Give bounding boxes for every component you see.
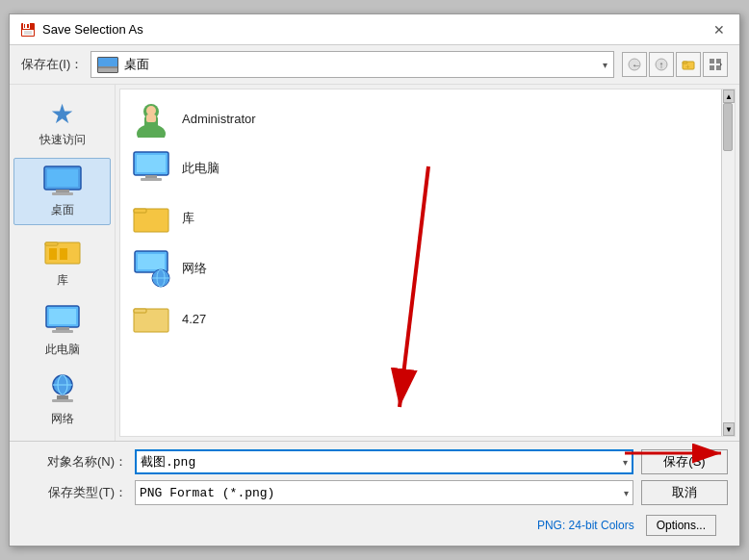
computer-icon-lg [132, 149, 170, 188]
cancel-button[interactable]: 取消 [641, 480, 728, 505]
toolbar-row: 保存在(I)： 桌面 ▾ ← ↑ + [10, 45, 739, 85]
dialog-title: Save Selection As [42, 22, 143, 37]
svg-rect-27 [49, 309, 76, 324]
user-icon [132, 99, 170, 138]
svg-rect-52 [134, 309, 146, 313]
file-name-library: 库 [182, 210, 194, 227]
svg-rect-28 [56, 327, 69, 330]
up-button[interactable]: ↑ [649, 52, 674, 77]
location-combobox[interactable]: 桌面 ▾ [90, 51, 614, 78]
filename-dropdown-arrow: ▾ [623, 457, 628, 468]
svg-rect-47 [138, 254, 165, 269]
bottom-form: 对象名称(N)： ▾ 保存(S) 保存类型(T)： [10, 441, 739, 546]
save-icon [19, 21, 37, 38]
sidebar: ★ 快速访问 桌面 [10, 85, 116, 441]
file-item-computer[interactable]: 此电脑 [120, 143, 735, 193]
filename-label: 对象名称(N)： [21, 453, 127, 471]
sidebar-label-desktop: 桌面 [51, 202, 74, 218]
svg-rect-21 [52, 192, 73, 195]
svg-rect-3 [25, 24, 27, 28]
filetype-label: 保存类型(T)： [21, 484, 127, 501]
sidebar-item-quick-access[interactable]: ★ 快速访问 [13, 92, 111, 154]
star-icon: ★ [50, 98, 74, 130]
svg-rect-39 [146, 115, 156, 122]
title-bar-left: Save Selection As [19, 21, 143, 38]
svg-rect-15 [710, 65, 714, 70]
desktop-icon [42, 165, 83, 200]
file-name-427: 4.27 [182, 312, 206, 326]
filename-combobox[interactable]: ▾ [135, 449, 633, 474]
filetype-combobox[interactable]: PNG Format (*.png) ▾ [135, 480, 633, 505]
new-folder-button[interactable]: + [676, 52, 701, 77]
svg-rect-24 [49, 248, 57, 260]
sidebar-item-library[interactable]: 库 [13, 229, 111, 294]
filename-row: 对象名称(N)： ▾ 保存(S) [21, 449, 728, 474]
file-name-computer: 此电脑 [182, 160, 220, 177]
svg-rect-23 [45, 242, 58, 245]
scroll-up-btn[interactable]: ▲ [723, 89, 735, 103]
svg-text:←: ← [632, 60, 641, 70]
svg-rect-45 [134, 209, 146, 213]
scroll-thumb[interactable] [723, 103, 733, 151]
svg-point-37 [146, 106, 156, 115]
save-in-label: 保存在(I)： [21, 56, 83, 73]
svg-rect-41 [137, 155, 166, 172]
scroll-track [722, 103, 735, 422]
network-icon-lg [132, 249, 170, 288]
network-icon [43, 373, 82, 409]
view-button[interactable] [703, 52, 728, 77]
title-bar: Save Selection As ✕ [10, 14, 739, 45]
folder-icon-library [132, 199, 170, 238]
close-button[interactable]: ✕ [709, 19, 730, 40]
sidebar-label-quick-access: 快速访问 [39, 132, 86, 148]
filetype-row: 保存类型(T)： PNG Format (*.png) ▾ 取消 [21, 480, 728, 505]
status-row: PNG: 24-bit Colors Options... [21, 511, 728, 538]
back-button[interactable]: ← [622, 52, 647, 77]
status-text: PNG: 24-bit Colors [537, 519, 634, 532]
sidebar-label-computer: 此电脑 [45, 342, 80, 358]
svg-rect-33 [57, 395, 68, 399]
file-item-network[interactable]: 网络 [120, 243, 735, 293]
location-text: 桌面 [124, 56, 597, 73]
save-button[interactable]: 保存(S) [641, 449, 728, 474]
svg-rect-43 [141, 178, 162, 181]
svg-text:+: + [685, 63, 690, 71]
filename-input[interactable] [141, 455, 619, 470]
file-name-network: 网络 [182, 260, 207, 277]
library-icon [43, 235, 82, 270]
svg-rect-29 [52, 330, 73, 333]
location-dropdown-arrow: ▾ [603, 60, 607, 70]
file-list-container[interactable]: Administrator 此电脑 [119, 89, 736, 437]
main-area: ★ 快速访问 桌面 [10, 85, 739, 441]
sidebar-item-network[interactable]: 网络 [13, 368, 111, 433]
sidebar-item-computer[interactable]: 此电脑 [13, 298, 111, 364]
options-button[interactable]: Options... [646, 515, 716, 536]
svg-rect-34 [52, 399, 73, 402]
svg-rect-13 [710, 59, 714, 64]
svg-rect-5 [24, 31, 32, 35]
folder-icon-427 [132, 299, 170, 338]
scrollbar[interactable]: ▲ ▼ [721, 89, 735, 436]
file-list: Administrator 此电脑 [120, 89, 735, 347]
file-item-library[interactable]: 库 [120, 193, 735, 243]
filetype-dropdown-arrow: ▾ [624, 488, 629, 498]
sidebar-label-network: 网络 [51, 411, 74, 427]
save-dialog: Save Selection As ✕ 保存在(I)： 桌面 ▾ ← ↑ + [9, 13, 740, 547]
computer-icon [43, 304, 82, 340]
svg-text:↑: ↑ [659, 60, 664, 70]
file-item-administrator[interactable]: Administrator [120, 93, 735, 143]
svg-rect-19 [47, 169, 78, 187]
sidebar-item-desktop[interactable]: 桌面 [13, 158, 111, 225]
file-item-427[interactable]: 4.27 [120, 293, 735, 344]
scroll-down-btn[interactable]: ▼ [723, 422, 735, 436]
svg-rect-20 [56, 190, 69, 192]
filetype-text: PNG Format (*.png) [140, 486, 620, 500]
sidebar-label-library: 库 [57, 272, 68, 289]
file-name-administrator: Administrator [182, 112, 256, 126]
svg-rect-42 [145, 175, 157, 178]
desktop-icon-sm [97, 57, 118, 73]
toolbar-buttons: ← ↑ + [622, 52, 728, 77]
svg-rect-25 [60, 248, 67, 260]
